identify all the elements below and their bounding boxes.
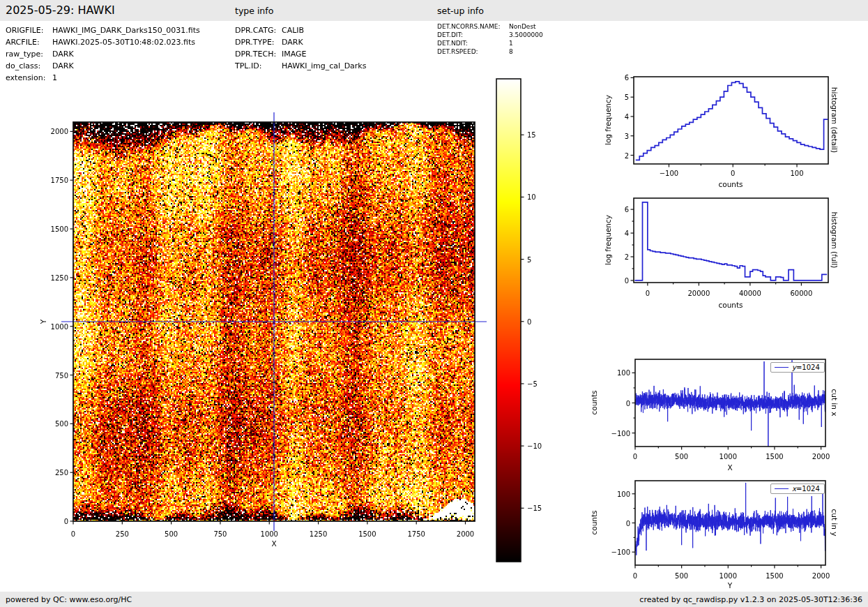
footer-powered-by: powered by QC: www.eso.org/HC: [6, 595, 132, 604]
info-row: DET.RSPEED:8: [437, 47, 543, 56]
info-value: 3.5000000: [509, 31, 543, 38]
info-value: NonDest: [509, 23, 536, 30]
info-row: DPR.TECH:IMAGE: [235, 48, 366, 60]
info-row: ARCFILE:HAWKI.2025-05-30T10:48:02.023.fi…: [6, 36, 200, 48]
info-label: DET.NDIT:: [437, 39, 509, 47]
section-title-setup-info: set-up info: [437, 6, 484, 16]
page-title: 2025-05-29: HAWKI: [6, 3, 115, 17]
info-label: DET.RSPEED:: [437, 47, 509, 56]
info-value: 1: [52, 73, 57, 82]
info-value: CALIB: [282, 26, 304, 35]
info-row: DET.DIT:3.5000000: [437, 31, 543, 39]
info-label: ORIGFILE:: [6, 24, 52, 36]
info-row: TPL.ID:HAWKI_img_cal_Darks: [235, 60, 366, 72]
info-row: DET.NDIT:1: [437, 39, 543, 47]
info-label: DET.DIT:: [437, 31, 509, 39]
info-row: DET.NCORRS.NAME:NonDest: [437, 22, 543, 31]
setup-info-block: DET.NCORRS.NAME:NonDestDET.DIT:3.5000000…: [437, 22, 543, 56]
header-band: [0, 0, 868, 21]
info-value: DARK: [52, 50, 74, 59]
info-value: DARK: [282, 38, 303, 47]
info-label: DPR.TECH:: [235, 48, 282, 60]
info-label: ARCFILE:: [6, 36, 52, 48]
info-value: IMAGE: [282, 50, 307, 59]
figure-canvas: [0, 0, 868, 607]
info-value: 1: [509, 40, 513, 47]
info-label: TPL.ID:: [235, 60, 282, 72]
info-row: raw_type:DARK: [6, 48, 200, 60]
footer-created-by: created by qc_rawdisp.py v1.2.3 on 2025-…: [639, 595, 862, 604]
info-label: DPR.CATG:: [235, 24, 282, 36]
info-row: extension:1: [6, 72, 200, 84]
info-row: do_class:DARK: [6, 60, 200, 72]
info-value: 8: [509, 48, 513, 55]
info-label: extension:: [6, 72, 52, 84]
info-row: ORIGFILE:HAWKI_IMG_DARK_Darks150_0031.fi…: [6, 24, 200, 36]
info-value: HAWKI.2025-05-30T10:48:02.023.fits: [52, 38, 195, 47]
info-label: raw_type:: [6, 48, 52, 60]
info-row: DPR.TYPE:DARK: [235, 36, 366, 48]
info-value: DARK: [52, 61, 74, 70]
info-value: HAWKI_img_cal_Darks: [282, 61, 366, 70]
section-title-type-info: type info: [235, 6, 273, 16]
info-label: DET.NCORRS.NAME:: [437, 22, 509, 31]
file-info-block: ORIGFILE:HAWKI_IMG_DARK_Darks150_0031.fi…: [6, 24, 200, 84]
info-label: do_class:: [6, 60, 52, 72]
info-value: HAWKI_IMG_DARK_Darks150_0031.fits: [52, 26, 200, 35]
info-row: DPR.CATG:CALIB: [235, 24, 366, 36]
info-label: DPR.TYPE:: [235, 36, 282, 48]
type-info-block: DPR.CATG:CALIBDPR.TYPE:DARKDPR.TECH:IMAG…: [235, 24, 366, 72]
